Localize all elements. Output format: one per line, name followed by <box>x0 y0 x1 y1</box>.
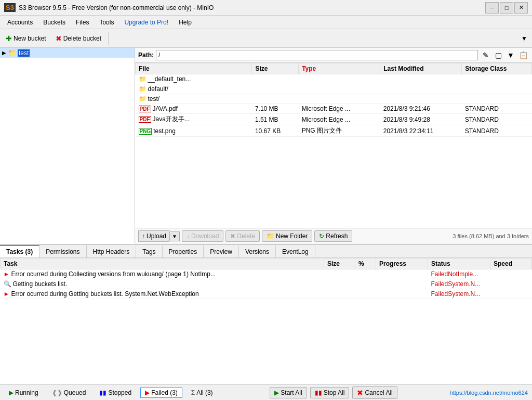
menu-accounts[interactable]: Accounts <box>2 18 38 27</box>
cell-storage <box>462 84 532 94</box>
status-running[interactable]: ▶ Running <box>4 388 43 398</box>
refresh-button[interactable]: ↻ Refresh <box>314 230 352 242</box>
left-panel: ▶ 📁 test <box>0 48 135 244</box>
status-queued[interactable]: ❰❱ Queued <box>47 388 91 398</box>
titlebar: S3 S3 Browser 9.5.5 - Free Version (for … <box>0 0 532 16</box>
menu-tools[interactable]: Tools <box>94 18 119 27</box>
bucket-item-test[interactable]: ▶ 📁 test <box>0 48 135 58</box>
cell-type: Microsoft Edge ... <box>299 104 380 114</box>
content-area: ▶ 📁 test Path: ✎ ▢ ▼ 📋 <box>0 48 532 244</box>
status-url: https://blog.csdn.net/momo624 <box>450 390 528 396</box>
minimize-button[interactable]: − <box>485 2 499 14</box>
tab-eventlog[interactable]: EventLog <box>276 245 315 257</box>
table-row[interactable]: 📁default/ <box>136 84 532 94</box>
delete-bucket-button[interactable]: ✖ Delete bucket <box>52 33 105 44</box>
col-size[interactable]: Size <box>252 63 299 74</box>
refresh-icon: ↻ <box>319 233 324 240</box>
new-bucket-button[interactable]: ✚ New bucket <box>2 33 50 44</box>
cell-name: PNGtest.png <box>136 125 252 137</box>
tab-http-headers[interactable]: Http Headers <box>87 245 137 257</box>
task-size <box>324 269 355 279</box>
col-file[interactable]: File <box>136 63 252 74</box>
list-item[interactable]: 🔍Getting buckets list. FailedSystem.N... <box>1 279 532 289</box>
tasks-col-percent[interactable]: % <box>355 259 376 269</box>
upload-dropdown-button[interactable]: ▼ <box>169 231 180 241</box>
task-size <box>324 279 355 289</box>
tasks-col-progress[interactable]: Progress <box>376 259 428 269</box>
cell-name: PDFJava开发手... <box>136 114 252 125</box>
tab-bar: Tasks (3) Permissions Http Headers Tags … <box>0 245 532 258</box>
table-row[interactable]: PNGtest.png 10.67 KB PNG 图片文件 2021/8/3 2… <box>136 125 532 137</box>
tasks-col-size[interactable]: Size <box>324 259 355 269</box>
col-type[interactable]: Type <box>299 63 380 74</box>
close-button[interactable]: ✕ <box>514 2 528 14</box>
tab-permissions[interactable]: Permissions <box>39 245 86 257</box>
copy-path-button[interactable]: 📋 <box>517 49 529 61</box>
cell-modified: 2021/8/3 9:49:28 <box>380 114 462 125</box>
tab-properties[interactable]: Properties <box>163 245 204 257</box>
tasks-col-status[interactable]: Status <box>428 259 490 269</box>
cell-size <box>252 94 299 104</box>
cell-type: PNG 图片文件 <box>299 125 380 137</box>
task-status: FailedSystem.N... <box>428 289 490 299</box>
file-actions: ↑ Upload ▼ ↓ Download ✖ Delete 📁 New Fol… <box>135 228 532 244</box>
titlebar-controls: − □ ✕ <box>485 2 528 14</box>
delete-button[interactable]: ✖ Delete <box>225 230 260 242</box>
stop-all-label: Stop All <box>324 389 345 396</box>
view-toggle-button[interactable]: ▢ <box>493 49 504 61</box>
path-input[interactable] <box>156 50 478 60</box>
stopped-label: Stopped <box>108 389 131 396</box>
table-row[interactable]: PDFJava开发手... 1.51 MB Microsoft Edge ...… <box>136 114 532 125</box>
menu-upgrade[interactable]: Upgrade to Pro! <box>119 18 174 27</box>
cell-storage <box>462 74 532 84</box>
new-folder-button[interactable]: 📁 New Folder <box>262 230 312 242</box>
task-name: 🔍Getting buckets list. <box>1 279 324 289</box>
tasks-table-body: ►Error ocurred during Collecting version… <box>1 269 532 299</box>
tab-preview[interactable]: Preview <box>204 245 239 257</box>
download-button[interactable]: ↓ Download <box>182 230 223 242</box>
file-table-body: 📁__default_ten... 📁default/ 📁test/ PDFJA… <box>136 74 532 137</box>
expand-button[interactable]: ▼ <box>518 33 530 44</box>
status-stopped[interactable]: ▮▮ Stopped <box>95 388 136 398</box>
col-storage[interactable]: Storage Class <box>462 63 532 74</box>
table-row[interactable]: 📁__default_ten... <box>136 74 532 84</box>
task-status: FailedNotImple... <box>428 269 490 279</box>
cell-size <box>252 74 299 84</box>
menu-files[interactable]: Files <box>71 18 94 27</box>
failed-icon: ▶ <box>145 389 150 396</box>
edit-path-button[interactable]: ✎ <box>480 49 491 61</box>
cancel-all-button[interactable]: ✖ Cancel All <box>352 386 397 399</box>
tab-versions[interactable]: Versions <box>239 245 276 257</box>
menu-buckets[interactable]: Buckets <box>38 18 71 27</box>
file-table: File Size Type Last Modified Storage Cla… <box>135 63 532 137</box>
status-failed[interactable]: ▶ Failed (3) <box>140 388 182 398</box>
tasks-col-task[interactable]: Task <box>1 259 324 269</box>
cell-modified: 2021/8/3 9:21:46 <box>380 104 462 114</box>
task-status: FailedSystem.N... <box>428 279 490 289</box>
menu-help[interactable]: Help <box>174 18 197 27</box>
list-item[interactable]: ►Error ocurred during Collecting version… <box>1 269 532 279</box>
upload-split-button[interactable]: ↑ Upload ▼ <box>138 230 180 242</box>
tab-tasks[interactable]: Tasks (3) <box>0 245 39 257</box>
start-all-icon: ▶ <box>274 389 279 396</box>
start-all-button[interactable]: ▶ Start All <box>270 387 307 398</box>
table-row[interactable]: 📁test/ <box>136 94 532 104</box>
tab-tags[interactable]: Tags <box>136 245 162 257</box>
download-icon: ↓ <box>187 233 190 240</box>
status-all[interactable]: Σ All (3) <box>187 388 218 398</box>
upload-button[interactable]: ↑ Upload <box>138 230 169 242</box>
tasks-col-speed[interactable]: Speed <box>490 259 532 269</box>
filter-button[interactable]: ▼ <box>505 49 516 61</box>
list-item[interactable]: ►Error ocurred during Getting buckets li… <box>1 289 532 299</box>
task-speed <box>490 279 532 289</box>
tasks-header-row: Task Size % Progress Status Speed <box>1 259 532 269</box>
table-row[interactable]: PDFJAVA.pdf 7.10 MB Microsoft Edge ... 2… <box>136 104 532 114</box>
app-icon: S3 <box>4 3 16 12</box>
maximize-button[interactable]: □ <box>500 2 513 14</box>
new-folder-icon: 📁 <box>267 233 274 240</box>
col-modified[interactable]: Last Modified <box>380 63 462 74</box>
stop-all-button[interactable]: ▮▮ Stop All <box>310 387 350 398</box>
download-label: Download <box>191 233 219 240</box>
cell-type <box>299 94 380 104</box>
cell-modified <box>380 94 462 104</box>
